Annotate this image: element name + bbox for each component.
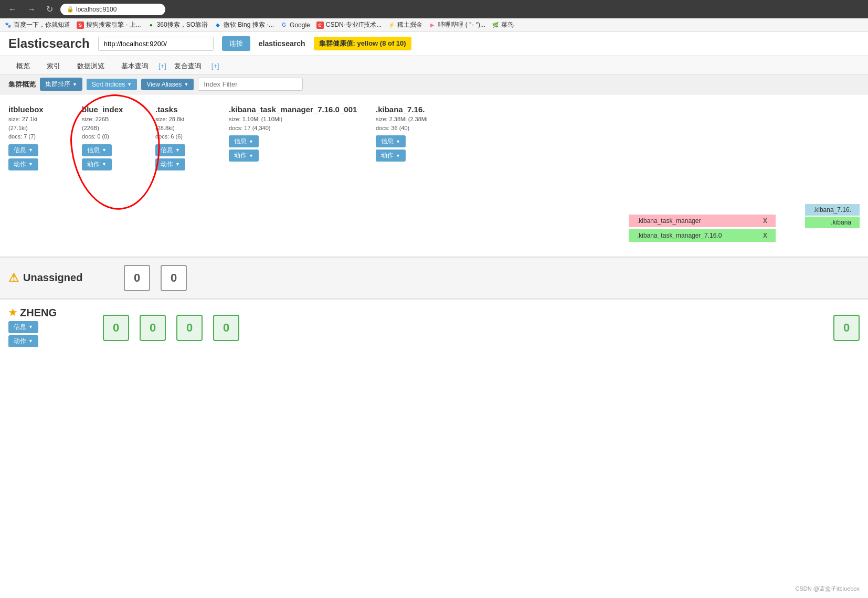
node-action-arrow: ▼: [28, 338, 33, 344]
tab-overview[interactable]: 概览: [8, 58, 38, 74]
browser-url-bar[interactable]: 🔒 localhost:9100: [60, 4, 165, 15]
star-icon: ★: [8, 307, 17, 318]
index-meta-tasks: size: 28.8ki(28.8ki)docs: 6 (6): [155, 115, 218, 141]
itbluebox-info-button[interactable]: 信息 ▼: [8, 144, 38, 156]
ktm7-close-btn[interactable]: X: [763, 232, 767, 239]
node-info-arrow: ▼: [28, 324, 33, 329]
tasks-info-label: 信息: [161, 146, 173, 155]
blue-index-info-button[interactable]: 信息 ▼: [82, 144, 112, 156]
tasks-action-button[interactable]: 动作 ▼: [155, 158, 185, 170]
node-name-text: ZHENG: [20, 307, 57, 319]
sort-indices-label: Sort Indices: [92, 81, 125, 88]
bookmarks-bar: 🐾 百度一下，你就知道 S 搜狗搜索引擎 - 上... ● 360搜索，SO靠谱…: [0, 18, 868, 32]
ktm-label-text: .kibana_task_manager: [637, 217, 701, 225]
itbluebox-action-button[interactable]: 动作 ▼: [8, 158, 38, 170]
tab-basic-plus[interactable]: [+]: [158, 62, 166, 70]
bookmark-runoob[interactable]: 🌿 菜鸟: [492, 20, 514, 29]
shard-label-ktm7: .kibana_task_manager_7.16.0 X: [629, 229, 776, 242]
sort-indices-button[interactable]: Sort Indices ▼: [87, 79, 137, 90]
index-name-tasks: .tasks: [155, 105, 218, 114]
kibana-task-info-button[interactable]: 信息 ▼: [229, 135, 259, 147]
index-filter-input[interactable]: [198, 78, 303, 91]
bookmark-juejin-label: 稀土掘金: [397, 20, 422, 29]
node-info-button[interactable]: 信息 ▼: [8, 321, 38, 333]
bookmark-csdn-label: CSDN-专业IT技术...: [326, 20, 382, 29]
tab-data-browse[interactable]: 数据浏览: [69, 58, 112, 74]
node-shard-3: 0: [213, 315, 239, 341]
tasks-info-arrow: ▼: [175, 147, 180, 153]
kibana-task-action-button[interactable]: 动作 ▼: [229, 150, 259, 162]
index-card-tasks: .tasks size: 28.8ki(28.8ki)docs: 6 (6) 信…: [155, 105, 218, 173]
view-aliases-button[interactable]: View Aliases ▼: [141, 79, 194, 90]
kibana-action-label: 动作: [381, 151, 394, 160]
ktm-close-btn[interactable]: X: [763, 217, 767, 225]
back-button[interactable]: ←: [5, 4, 20, 15]
kibana-task-info-label: 信息: [234, 137, 247, 146]
blue-index-action-button[interactable]: 动作 ▼: [82, 158, 112, 170]
app-header: Elasticsearch 连接 elasticsearch 集群健康值: ye…: [0, 32, 868, 56]
itbluebox-action-label: 动作: [14, 160, 26, 169]
tab-compound-query[interactable]: 复合查询: [166, 58, 209, 74]
360-icon: ●: [147, 22, 155, 29]
runoob-icon: 🌿: [492, 22, 499, 29]
tab-indices[interactable]: 索引: [39, 58, 68, 74]
refresh-button[interactable]: ↻: [43, 3, 56, 15]
connect-button[interactable]: 连接: [222, 36, 250, 51]
cluster-sort-button[interactable]: 集群排序 ▼: [40, 78, 82, 91]
index-card-kibana: .kibana_7.16. size: 2.38Mi (2.38Midocs: …: [376, 105, 512, 164]
bookmark-360-label: 360搜索，SO靠谱: [157, 20, 208, 29]
cluster-name: elasticsearch: [259, 39, 305, 48]
bookmark-sougou-label: 搜狗搜索引擎 - 上...: [86, 20, 141, 29]
app-title: Elasticsearch: [8, 36, 90, 51]
tab-compound-plus[interactable]: [+]: [211, 62, 219, 70]
mid-shard-labels: .kibana_task_manager X .kibana_task_mana…: [629, 215, 776, 242]
kibana-action-button[interactable]: 动作 ▼: [376, 150, 406, 162]
bookmark-google-label: Google: [290, 22, 310, 29]
tasks-action-arrow: ▼: [175, 162, 180, 167]
juejin-icon: ⚡: [388, 22, 395, 29]
shard-area: .kibana_7.16. .kibana .kibana_task_manag…: [8, 204, 860, 246]
bookmark-bilibili-label: 哔哩哔哩 ( °- °)...: [438, 20, 485, 29]
shard-label-kibana: .kibana: [805, 217, 860, 228]
bookmark-juejin[interactable]: ⚡ 稀土掘金: [388, 20, 422, 29]
bookmark-360[interactable]: ● 360搜索，SO靠谱: [147, 20, 208, 29]
bookmark-bilibili[interactable]: ▶ 哔哩哔哩 ( °- °)...: [429, 20, 485, 29]
baidu-icon: 🐾: [4, 22, 12, 29]
right-shard-labels: .kibana_7.16. .kibana: [805, 204, 860, 228]
blue-index-action-arrow: ▼: [102, 162, 107, 167]
lock-icon: 🔒: [67, 6, 74, 13]
kibana-info-button[interactable]: 信息 ▼: [376, 135, 406, 147]
node-shard-4: 0: [833, 315, 860, 341]
bookmark-sougou[interactable]: S 搜狗搜索引擎 - 上...: [77, 20, 141, 29]
forward-button[interactable]: →: [24, 4, 39, 15]
node-action-label: 动作: [14, 337, 26, 346]
blue-index-info-label: 信息: [87, 146, 100, 155]
index-meta-kibana: size: 2.38Mi (2.38Midocs: 36 (40): [376, 115, 512, 132]
tasks-info-button[interactable]: 信息 ▼: [155, 144, 185, 156]
index-name-itbluebox: itbluebox: [8, 105, 71, 114]
node-shard-0: 0: [103, 315, 129, 341]
unassigned-label: ⚠ Unassigned: [8, 271, 113, 285]
unassigned-shard-0: 0: [124, 265, 150, 291]
url-input[interactable]: [98, 37, 214, 51]
itbluebox-action-arrow: ▼: [28, 162, 33, 167]
index-card-blue-index: blue_index size: 226B(226B)docs: 0 (0) 信…: [82, 105, 145, 173]
node-action-button[interactable]: 动作 ▼: [8, 335, 38, 347]
tab-basic-query[interactable]: 基本查询: [113, 58, 156, 74]
bookmark-google[interactable]: G Google: [280, 22, 310, 29]
sougou-icon: S: [77, 22, 84, 29]
bookmark-baidu[interactable]: 🐾 百度一下，你就知道: [4, 20, 70, 29]
index-meta-blue-index: size: 226B(226B)docs: 0 (0): [82, 115, 145, 141]
browser-chrome: ← → ↻ 🔒 localhost:9100: [0, 0, 868, 18]
cluster-sort-arrow: ▼: [72, 82, 77, 87]
node-shard-2: 0: [176, 315, 203, 341]
node-info: ★ ZHENG 信息 ▼ 动作 ▼: [8, 307, 92, 349]
bookmark-bing-label: 微软 Bing 搜索 -...: [224, 20, 274, 29]
bookmark-baidu-label: 百度一下，你就知道: [14, 20, 70, 29]
blue-index-info-arrow: ▼: [102, 147, 107, 153]
bookmark-bing[interactable]: ◆ 微软 Bing 搜索 -...: [214, 20, 274, 29]
itbluebox-info-label: 信息: [14, 146, 26, 155]
bookmark-csdn[interactable]: C CSDN-专业IT技术...: [316, 20, 382, 29]
ktm7-label-text: .kibana_task_manager_7.16.0: [637, 232, 722, 239]
bookmark-runoob-label: 菜鸟: [501, 20, 514, 29]
